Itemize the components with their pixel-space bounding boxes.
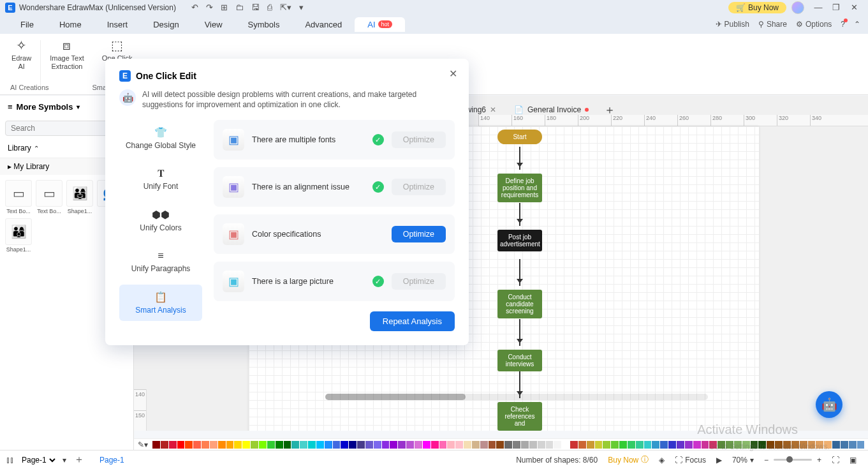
zoom-slider[interactable] — [774, 459, 812, 461]
color-swatch[interactable] — [603, 441, 610, 449]
add-page-button[interactable]: ＋ — [74, 453, 84, 466]
shape-thumb[interactable]: ▭Text Bo... — [5, 180, 32, 214]
color-swatch[interactable] — [472, 441, 480, 449]
close-tab-icon[interactable]: ✕ — [490, 105, 496, 114]
color-swatch[interactable] — [668, 441, 676, 449]
color-swatch[interactable] — [660, 441, 668, 449]
color-swatch[interactable] — [685, 441, 693, 449]
eyedropper-icon[interactable]: ✎▾ — [138, 440, 148, 449]
fit-page-icon[interactable]: ⛶ — [832, 456, 839, 465]
flow-node[interactable]: Conduct candidate screening — [497, 290, 542, 318]
color-swatch[interactable] — [325, 441, 332, 449]
color-swatch[interactable] — [455, 441, 463, 449]
color-swatch[interactable] — [291, 441, 299, 449]
color-swatch[interactable] — [439, 441, 447, 449]
color-swatch[interactable] — [210, 441, 217, 449]
color-swatch[interactable] — [202, 441, 209, 449]
color-swatch[interactable] — [562, 441, 570, 449]
color-swatch[interactable] — [349, 441, 357, 449]
color-swatch[interactable] — [316, 441, 324, 449]
zoom-level[interactable]: 70% ▾ — [732, 456, 754, 465]
buy-now-link[interactable]: Buy Now ⓘ — [608, 454, 649, 465]
color-swatch[interactable] — [644, 441, 652, 449]
optimize-button[interactable]: Optimize — [392, 226, 446, 242]
color-swatch[interactable] — [259, 441, 267, 449]
flow-node[interactable]: Conduct interviews — [497, 350, 542, 371]
color-swatch[interactable] — [496, 441, 504, 449]
color-swatch[interactable] — [513, 441, 520, 449]
color-swatch[interactable] — [628, 441, 635, 449]
color-swatch[interactable] — [218, 441, 226, 449]
side-unify-colors[interactable]: ⬢⬢Unify Colors — [119, 202, 202, 239]
color-swatch[interactable] — [382, 441, 390, 449]
menu-file[interactable]: File — [8, 17, 47, 32]
optimize-button[interactable]: Optimize — [392, 131, 446, 148]
color-swatch[interactable] — [177, 441, 185, 449]
redo-icon[interactable]: ↷ — [206, 3, 213, 12]
color-swatch[interactable] — [242, 441, 250, 449]
menu-insert[interactable]: Insert — [94, 17, 141, 32]
color-swatch[interactable] — [415, 441, 422, 449]
collapse-ribbon-icon[interactable]: ⌃ — [854, 20, 860, 29]
color-swatch[interactable] — [587, 441, 594, 449]
color-swatch[interactable] — [546, 441, 554, 449]
color-swatch[interactable] — [341, 441, 348, 449]
save-icon[interactable]: 🖫 — [251, 3, 260, 12]
symbol-search-input[interactable] — [5, 121, 113, 136]
side-global-style[interactable]: 👕Change Global Style — [119, 120, 202, 156]
new-icon[interactable]: ⊞ — [221, 3, 228, 12]
color-swatch[interactable] — [619, 441, 627, 449]
color-swatch[interactable] — [300, 441, 307, 449]
color-swatch[interactable] — [251, 441, 258, 449]
flow-node[interactable]: Check references and — [497, 402, 542, 431]
color-swatch[interactable] — [489, 441, 496, 449]
menu-view[interactable]: View — [192, 17, 235, 32]
menu-ai[interactable]: AIhot — [355, 17, 405, 32]
minimize-button[interactable]: ― — [809, 3, 827, 12]
zoom-out-button[interactable]: − — [764, 456, 769, 465]
color-swatch[interactable] — [185, 441, 193, 449]
color-swatch[interactable] — [677, 441, 684, 449]
menu-symbols[interactable]: Symbols — [235, 17, 293, 32]
color-swatch[interactable] — [193, 441, 201, 449]
flow-node[interactable]: Post job advertisement — [497, 230, 542, 251]
color-swatch[interactable] — [464, 441, 471, 449]
color-swatch[interactable] — [398, 441, 406, 449]
presentation-icon[interactable]: ▶ — [716, 456, 722, 465]
color-swatch[interactable] — [702, 441, 709, 449]
color-swatch[interactable] — [570, 441, 578, 449]
color-swatch[interactable] — [390, 441, 397, 449]
share-button[interactable]: ⚲ Share — [758, 20, 787, 29]
menu-design[interactable]: Design — [140, 17, 191, 32]
color-swatch[interactable] — [595, 441, 603, 449]
color-swatch[interactable] — [431, 441, 439, 449]
color-swatch[interactable] — [538, 441, 545, 449]
fullscreen-icon[interactable]: ▣ — [850, 456, 857, 465]
color-swatch[interactable] — [169, 441, 177, 449]
undo-icon[interactable]: ↶ — [191, 3, 198, 12]
color-swatch[interactable] — [406, 441, 414, 449]
color-swatch[interactable] — [374, 441, 381, 449]
color-swatch[interactable] — [447, 441, 455, 449]
color-swatch[interactable] — [161, 441, 168, 449]
color-swatch[interactable] — [480, 441, 488, 449]
repeat-analysis-button[interactable]: Repeat Analysis — [370, 311, 455, 331]
layers-icon[interactable]: ◈ — [659, 456, 665, 465]
color-swatch[interactable] — [849, 441, 857, 449]
color-swatch[interactable] — [857, 441, 864, 449]
color-swatch[interactable] — [578, 441, 586, 449]
side-unify-font[interactable]: 𝐓Unify Font — [119, 161, 202, 197]
shape-thumb[interactable]: 👨‍👩‍👧Shape1... — [66, 180, 93, 214]
color-swatch[interactable] — [636, 441, 644, 449]
color-swatch[interactable] — [357, 441, 365, 449]
publish-button[interactable]: ✈ Publish — [716, 20, 749, 29]
print-icon[interactable]: ⎙ — [267, 3, 272, 12]
color-swatch[interactable] — [832, 441, 840, 449]
qat-more-icon[interactable]: ▾ — [299, 3, 304, 12]
color-swatch[interactable] — [841, 441, 848, 449]
color-swatch[interactable] — [226, 441, 234, 449]
color-swatch[interactable] — [267, 441, 275, 449]
page-panel-icon[interactable]: ⫿⫿ — [6, 456, 14, 465]
focus-button[interactable]: ⛶ Focus — [675, 456, 706, 465]
help-button[interactable]: ? — [841, 20, 845, 29]
